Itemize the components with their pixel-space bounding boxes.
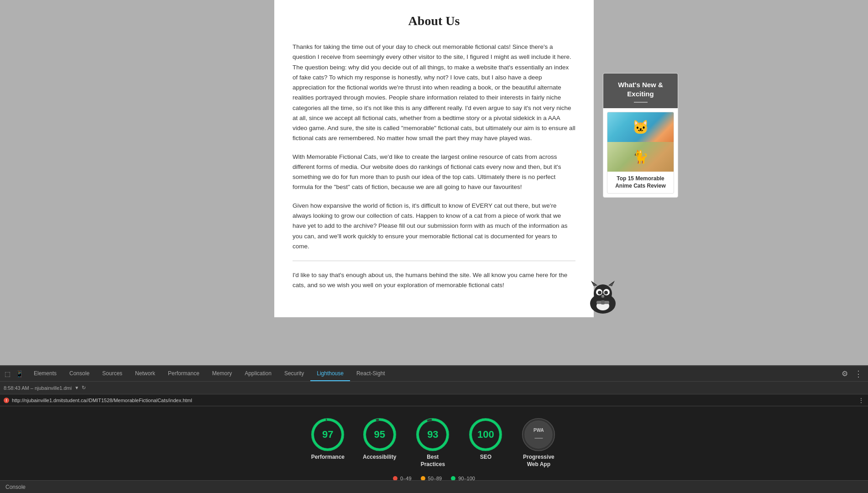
widget-image: 🐱 🐈 [607, 112, 674, 172]
console-bar: Console [0, 480, 868, 493]
page-content: About Us Thanks for taking the time out … [274, 0, 594, 317]
score-label-pwa: Progressive Web App [520, 454, 557, 468]
tab-network[interactable]: Network [129, 366, 162, 381]
tab-performance[interactable]: Performance [162, 366, 206, 381]
svg-point-15 [313, 420, 343, 450]
refresh-icon[interactable]: ↻ [82, 385, 86, 391]
session-bar: 8:58:43 AM – njubainville1.dmi ▼ ↻ [0, 382, 868, 394]
error-indicator: ! [4, 398, 9, 403]
console-tab-button[interactable]: Console [5, 484, 26, 490]
svg-point-22 [524, 420, 554, 450]
paragraph-4: I'd like to say that's enough about us, … [293, 270, 575, 291]
score-circle-seo: 100 [469, 418, 502, 451]
inspect-icon[interactable]: ⬚ [3, 369, 12, 378]
widget-card-label: Top 15 Memorable Anime Cats Review [607, 172, 674, 193]
devtools-toolbar: ⬚ 📱 Elements Console Sources Network Per… [0, 366, 868, 382]
devtools-icons: ⬚ 📱 [3, 369, 24, 378]
lighthouse-scores: 97 Performance 95 Accessibility [311, 418, 557, 468]
score-label-seo: SEO [480, 454, 492, 461]
tab-console[interactable]: Console [63, 366, 96, 381]
tab-lighthouse[interactable]: Lighthouse [310, 366, 350, 381]
svg-point-19 [418, 420, 448, 450]
session-time: 8:58:43 AM – njubainville1.dmi [4, 385, 72, 391]
devtools-tabs: Elements Console Sources Network Perform… [27, 366, 838, 381]
close-error-icon[interactable]: ⋮ [858, 397, 864, 404]
score-performance: 97 Performance [311, 418, 345, 461]
score-seo: 100 SEO [469, 418, 502, 461]
devtools-panel: ⬚ 📱 Elements Console Sources Network Per… [0, 365, 868, 493]
main-content-wrapper: About Us Thanks for taking the time out … [0, 0, 868, 388]
page-title: About Us [293, 14, 575, 28]
tab-react-sight[interactable]: React-Sight [350, 366, 392, 381]
more-options-icon[interactable]: ⋮ [852, 369, 865, 379]
paragraph-1: Thanks for taking the time out of your d… [293, 42, 575, 144]
score-label-best-practices: Best Practices [414, 454, 451, 468]
widget-image-container: 🐱 🐈 Top 15 Memorable Anime Cats Review [603, 108, 678, 197]
svg-point-9 [604, 291, 608, 294]
paragraph-2: With Memorable Fictional Cats, we'd like… [293, 152, 575, 193]
tab-security[interactable]: Security [278, 366, 310, 381]
tab-application[interactable]: Application [238, 366, 278, 381]
widget-card[interactable]: 🐱 🐈 Top 15 Memorable Anime Cats Review [607, 112, 674, 194]
svg-point-17 [365, 420, 394, 450]
sidebar-widget: What's New & Exciting 🐱 🐈 Top 15 Memorab… [603, 73, 678, 198]
score-label-performance: Performance [311, 454, 345, 461]
paragraph-3: Given how expansive the world of fiction… [293, 201, 575, 252]
score-pwa: PWA — Progressive Web App [520, 418, 557, 468]
score-circle-performance: 97 [311, 418, 344, 451]
score-label-accessibility: Accessibility [363, 454, 396, 461]
cat-mascot [585, 281, 621, 317]
horizontal-divider [293, 261, 575, 261]
widget-header: What's New & Exciting [603, 73, 678, 108]
error-bar: ! http://njubainville1.dmitstudent.ca//D… [0, 394, 868, 406]
session-dropdown[interactable]: ▼ [74, 385, 79, 390]
widget-img-bottom: 🐈 [607, 142, 674, 172]
score-circle-best-practices: 93 [416, 418, 449, 451]
tab-sources[interactable]: Sources [96, 366, 129, 381]
widget-img-top: 🐱 [607, 112, 674, 142]
widget-divider [634, 102, 648, 103]
device-icon[interactable]: 📱 [15, 369, 24, 378]
svg-point-8 [598, 291, 601, 294]
score-circle-pwa: PWA — [522, 418, 555, 451]
score-accessibility: 95 Accessibility [363, 418, 396, 461]
error-url: http://njubainville1.dmitstudent.ca//DMI… [12, 398, 192, 403]
score-circle-accessibility: 95 [363, 418, 396, 451]
svg-rect-13 [601, 300, 605, 304]
browser-viewport: About Us Thanks for taking the time out … [0, 0, 868, 388]
tab-memory[interactable]: Memory [206, 366, 238, 381]
score-best-practices: 93 Best Practices [414, 418, 451, 468]
svg-point-21 [471, 420, 501, 450]
widget-title: What's New & Exciting [618, 81, 663, 98]
svg-point-10 [601, 295, 604, 297]
tab-elements[interactable]: Elements [27, 366, 63, 381]
settings-icon[interactable]: ⚙ [838, 369, 852, 378]
